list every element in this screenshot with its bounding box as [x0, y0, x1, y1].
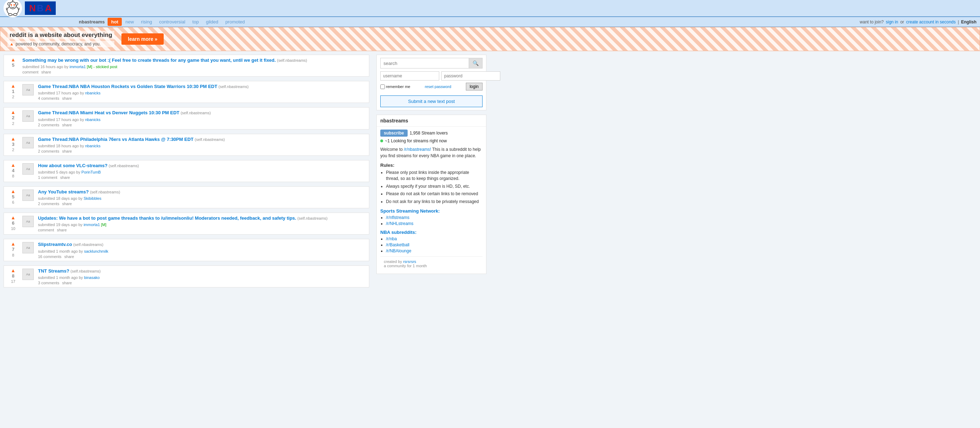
- share-link[interactable]: share: [60, 175, 70, 179]
- upvote-button[interactable]: ▲: [11, 57, 16, 62]
- comment-link[interactable]: comment: [38, 228, 54, 232]
- subreddit-name: NBASTREAMS: [79, 19, 105, 24]
- share-link[interactable]: share: [64, 254, 74, 259]
- tab-hot[interactable]: hot: [108, 18, 122, 26]
- post-author[interactable]: nbanicks: [85, 91, 100, 95]
- reset-password-link[interactable]: reset password: [425, 84, 451, 89]
- post-author[interactable]: immorta1: [70, 65, 86, 69]
- post-thumbnail: Aa: [22, 216, 34, 227]
- tab-gilded[interactable]: gilded: [202, 18, 222, 26]
- creator-link[interactable]: rsrsrsrs: [403, 260, 416, 264]
- rank-number: 8: [12, 174, 14, 178]
- upvote-button[interactable]: ▲: [11, 215, 16, 220]
- share-link[interactable]: share: [62, 96, 72, 100]
- vote-area: ▲ 7 8: [7, 241, 19, 258]
- header: NBA: [0, 0, 980, 17]
- post-author[interactable]: nbanicks: [85, 144, 100, 148]
- nav-or: or: [900, 19, 904, 24]
- password-input[interactable]: [441, 71, 500, 81]
- post-thumbnail: Aa: [22, 137, 34, 148]
- sports-network-title: Sports Streaming Network:: [380, 208, 482, 214]
- nav-sign-in-link[interactable]: sign in: [886, 19, 898, 24]
- post-title[interactable]: How about some VLC-streams?: [38, 163, 108, 168]
- upvote-button[interactable]: ▲: [11, 136, 16, 141]
- promo-learn-more-button[interactable]: learn more »: [121, 33, 164, 45]
- nba-link[interactable]: /r/nba: [386, 236, 397, 241]
- share-link[interactable]: share: [62, 201, 72, 206]
- search-button[interactable]: 🔍: [469, 58, 482, 68]
- comment-link[interactable]: 1 comment: [38, 175, 57, 179]
- vote-area: ▲ 5: [7, 57, 19, 74]
- post-title[interactable]: Game Thread:NBA Philadelphia 76ers vs At…: [38, 136, 194, 142]
- search-input[interactable]: [381, 58, 469, 68]
- nba-subreddits-title: NBA subreddits:: [380, 230, 482, 235]
- upvote-button[interactable]: ▲: [11, 163, 16, 168]
- nav-language[interactable]: English: [961, 19, 977, 24]
- post-meta: submitted 1 month ago by binasako: [38, 276, 366, 280]
- upvote-button[interactable]: ▲: [11, 83, 16, 88]
- post-title[interactable]: Updates: We have a bot to post game thre…: [38, 216, 296, 221]
- post-author[interactable]: Skibibbles: [83, 196, 101, 201]
- nav-create-link[interactable]: create account in seconds: [906, 19, 956, 24]
- post-domain: (self.nbastreams): [277, 58, 307, 62]
- post-title[interactable]: Something may be wrong with our bot :( F…: [22, 57, 276, 63]
- subscribe-button[interactable]: subscribe: [380, 130, 407, 136]
- submit-text-post-button[interactable]: Submit a new text post: [380, 95, 482, 107]
- post-item: ▲ 6 10 Aa Updates: We have a bot to post…: [3, 212, 369, 235]
- post-title[interactable]: Slipstreamtv.co: [38, 242, 72, 247]
- comment-link[interactable]: 2 comments: [38, 201, 59, 206]
- share-link[interactable]: share: [62, 123, 72, 127]
- post-thumbnail: Aa: [22, 242, 34, 254]
- rank-number: 6: [12, 200, 14, 204]
- post-title[interactable]: TNT Streams?: [38, 268, 69, 274]
- tab-promoted[interactable]: promoted: [222, 18, 248, 26]
- nflstreams-link[interactable]: /r/nflstreams: [386, 215, 409, 220]
- upvote-button[interactable]: ▲: [11, 189, 16, 194]
- comment-link[interactable]: 4 comments: [38, 96, 59, 100]
- share-link[interactable]: share: [57, 228, 67, 232]
- post-title[interactable]: Game Thread:NBA Miami Heat vs Denver Nug…: [38, 110, 179, 115]
- remember-me-checkbox[interactable]: [380, 84, 385, 89]
- tab-controversial[interactable]: controversial: [156, 18, 189, 26]
- vote-area: ▲ 4 8: [7, 163, 19, 179]
- comment-link[interactable]: 2 comments: [38, 123, 59, 127]
- thumbnail-area: Aa: [22, 241, 35, 258]
- share-link[interactable]: share: [62, 281, 72, 285]
- upvote-button[interactable]: ▲: [11, 241, 16, 246]
- created-by-text: created by: [384, 260, 402, 264]
- promo-banner: reddit is a website about everything ▲ p…: [0, 27, 980, 51]
- nbalounge-link[interactable]: /r/NBAlounge: [386, 249, 411, 254]
- post-domain: (self.nbastreams): [181, 111, 211, 115]
- comment-link[interactable]: comment: [22, 70, 38, 74]
- share-link[interactable]: share: [41, 70, 51, 74]
- username-input[interactable]: [380, 71, 439, 81]
- upvote-button[interactable]: ▲: [11, 110, 16, 115]
- mod-tag: [M]: [101, 222, 106, 227]
- comment-link[interactable]: 2 comments: [38, 149, 59, 153]
- tab-new[interactable]: new: [122, 18, 137, 26]
- basketball-link[interactable]: /r/Basketball: [386, 243, 409, 247]
- post-author[interactable]: PorinTumB: [81, 170, 101, 174]
- post-author[interactable]: binasako: [84, 276, 100, 280]
- nhlstreams-link[interactable]: /r/NHLstreams: [386, 221, 413, 226]
- login-button[interactable]: login: [466, 83, 482, 90]
- post-actions: comment share: [22, 70, 366, 74]
- promo-arrow: ▲: [10, 41, 14, 46]
- upvote-button[interactable]: ▲: [11, 268, 16, 273]
- tab-top[interactable]: top: [189, 18, 202, 26]
- post-item: ▲ 2 2 Aa Game Thread:NBA Miami Heat vs D…: [3, 107, 369, 129]
- post-meta: submitted 17 hours ago by nbanicks: [38, 91, 366, 95]
- tab-rising[interactable]: rising: [137, 18, 156, 26]
- post-title[interactable]: Game Thread:NBA NBA Houston Rockets vs G…: [38, 84, 217, 89]
- post-body: Updates: We have a bot to post game thre…: [38, 215, 366, 232]
- subscribe-row: subscribe 1,958 Stream lovers: [380, 130, 482, 136]
- subreddit-link[interactable]: /r/nbastreams!: [404, 147, 431, 152]
- post-author[interactable]: nbanicks: [85, 117, 100, 122]
- post-author[interactable]: immorta1: [83, 222, 100, 227]
- comment-link[interactable]: 3 comments: [38, 281, 59, 285]
- remember-me-label[interactable]: remember me: [380, 84, 410, 89]
- share-link[interactable]: share: [62, 149, 72, 153]
- comment-link[interactable]: 16 comments: [38, 254, 61, 259]
- post-author[interactable]: sacklunchmilk: [84, 249, 108, 254]
- post-title[interactable]: Any YouTube streams?: [38, 189, 89, 195]
